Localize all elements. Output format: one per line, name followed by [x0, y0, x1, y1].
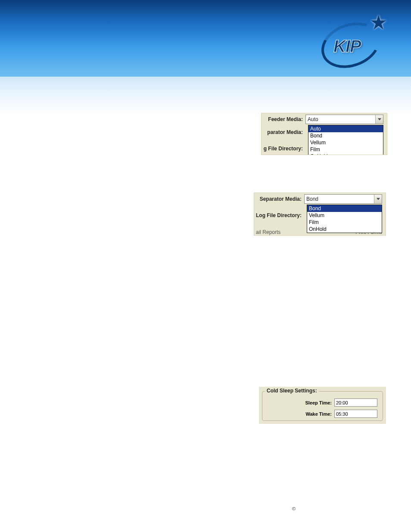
- label-wake-time: Wake Time:: [298, 411, 334, 417]
- dropdown-list-separator[interactable]: Bond Vellum Film OnHold: [307, 205, 382, 233]
- groupbox-cold-sleep: Cold Sleep Settings: Sleep Time: 20:00 W…: [262, 391, 383, 421]
- dropdown-separator-media-value: Bond: [305, 196, 374, 202]
- kip-logo: ★ KIP: [321, 13, 385, 69]
- option-bond[interactable]: Bond: [308, 132, 383, 139]
- label-separator-media: Separator Media:: [256, 196, 304, 202]
- input-sleep-time[interactable]: 20:00: [334, 398, 377, 407]
- label-log-file-directory: Log File Directory:: [256, 212, 304, 218]
- dropdown-feeder-media[interactable]: Auto: [305, 115, 383, 124]
- separator-media-panel: Separator Media: Bond Log File Directory…: [254, 193, 386, 236]
- option-vellum[interactable]: Vellum: [308, 139, 383, 146]
- dropdown-list-feeder[interactable]: Auto Bond Vellum Film OnHold: [308, 125, 383, 155]
- chevron-down-icon[interactable]: [375, 115, 383, 124]
- option-film-2[interactable]: Film: [307, 219, 382, 226]
- feeder-media-panel: Feeder Media: Auto parator Media: g File…: [261, 113, 387, 155]
- label-log-file-directory-clip: g File Directory:: [263, 146, 305, 152]
- kip-logo-text: KIP: [333, 37, 361, 56]
- option-auto[interactable]: Auto: [308, 125, 383, 132]
- option-onhold-2[interactable]: OnHold: [307, 226, 382, 233]
- kip-star-icon: ★: [370, 11, 387, 34]
- header-fade: [0, 77, 411, 115]
- input-wake-time[interactable]: 05:30: [334, 410, 377, 418]
- label-separator-media-clip: parator Media:: [263, 129, 305, 135]
- copyright: ©: [292, 506, 296, 511]
- dropdown-feeder-media-value: Auto: [306, 116, 375, 122]
- option-bond-2[interactable]: Bond: [307, 205, 382, 212]
- option-onhold[interactable]: OnHold: [308, 153, 383, 155]
- groupbox-title: Cold Sleep Settings:: [265, 388, 319, 394]
- option-vellum-2[interactable]: Vellum: [307, 212, 382, 219]
- label-feeder-media: Feeder Media:: [263, 116, 305, 122]
- option-film[interactable]: Film: [308, 146, 383, 153]
- cold-sleep-panel: Cold Sleep Settings: Sleep Time: 20:00 W…: [259, 387, 386, 424]
- label-email-reports-clip: ail Reports: [256, 229, 280, 235]
- chevron-down-icon[interactable]: [374, 195, 382, 203]
- dropdown-separator-media[interactable]: Bond: [304, 194, 382, 204]
- label-sleep-time: Sleep Time:: [298, 400, 334, 405]
